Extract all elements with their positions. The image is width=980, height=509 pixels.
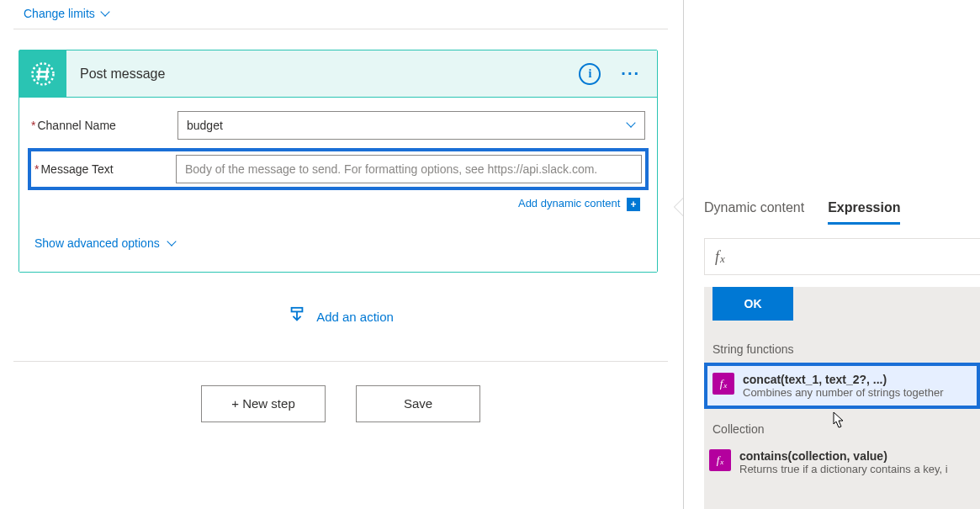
add-dynamic-content-row: Add dynamic content + [19, 194, 657, 211]
post-message-card: Post message i ··· *Channel Name budget [19, 50, 658, 273]
svg-point-0 [33, 63, 54, 84]
card-header[interactable]: Post message i ··· [19, 50, 657, 98]
divider [13, 29, 668, 29]
channel-name-select[interactable]: budget [177, 111, 645, 140]
message-text-label: *Message Text [34, 162, 176, 176]
tab-dynamic-content[interactable]: Dynamic content [704, 200, 804, 225]
chevron-down-icon [100, 8, 110, 19]
change-limits-link[interactable]: Change limits [24, 7, 110, 20]
fn-contains-description: Returns true if a dictionary contains a … [739, 463, 975, 475]
fn-concat-description: Combines any number of strings together [743, 386, 972, 399]
fn-concat-signature: concat(text_1, text_2?, ...) [743, 373, 972, 386]
chevron-down-icon [626, 119, 636, 130]
message-text-highlight: *Message Text Body of the message to sen… [28, 148, 649, 190]
more-options-icon[interactable]: ··· [616, 64, 645, 83]
card-title: Post message [80, 66, 579, 82]
fn-contains-signature: contains(collection, value) [739, 449, 975, 463]
channel-name-value: budget [187, 119, 223, 132]
ok-button[interactable]: OK [712, 287, 793, 321]
fx-icon: fx [709, 449, 731, 471]
new-step-button[interactable]: + New step [201, 385, 326, 422]
channel-name-row: *Channel Name budget [19, 106, 657, 145]
tab-expression[interactable]: Expression [828, 200, 900, 225]
fx-icon: fx [712, 373, 734, 395]
add-dynamic-content-link[interactable]: Add dynamic content [518, 197, 620, 209]
info-icon[interactable]: i [579, 63, 601, 85]
svg-line-1 [38, 67, 40, 80]
plus-icon[interactable]: + [627, 198, 640, 211]
change-limits-label: Change limits [24, 7, 95, 20]
save-button[interactable]: Save [356, 385, 480, 422]
svg-rect-5 [292, 307, 303, 311]
show-advanced-options[interactable]: Show advanced options [19, 211, 188, 255]
message-text-input[interactable]: Body of the message to send. For formatt… [176, 155, 642, 183]
expression-panel: Dynamic content Expression fx OK String … [683, 0, 980, 509]
add-action-button[interactable]: Add an action [0, 306, 681, 327]
chevron-down-icon [167, 238, 177, 248]
fn-contains[interactable]: fx contains(collection, value) Returns t… [704, 443, 980, 482]
svg-line-2 [46, 67, 48, 80]
expression-input[interactable]: fx [704, 238, 980, 275]
add-action-icon [288, 306, 306, 327]
group-string-functions: String functions [704, 336, 980, 363]
slack-hash-icon [19, 50, 66, 98]
group-collection: Collection [704, 416, 980, 443]
divider [13, 361, 668, 362]
channel-name-label: *Channel Name [31, 119, 177, 132]
fn-concat[interactable]: fx concat(text_1, text_2?, ...) Combines… [704, 363, 980, 409]
